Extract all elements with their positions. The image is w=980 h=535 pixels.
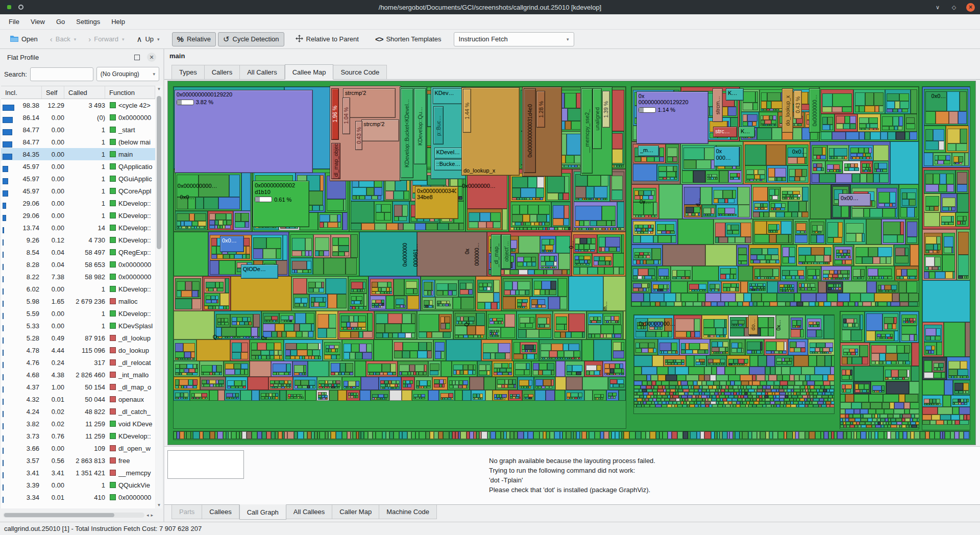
treemap-cell[interactable] [873, 145, 889, 161]
treemap-cell[interactable] [469, 222, 478, 229]
treemap-cell[interactable] [281, 320, 284, 322]
treemap-cell[interactable] [515, 363, 527, 370]
treemap-cell[interactable] [723, 342, 728, 347]
treemap-cell[interactable] [273, 372, 277, 375]
treemap-cell[interactable] [964, 415, 967, 420]
treemap-cell[interactable] [688, 381, 693, 385]
treemap-cell[interactable] [298, 431, 304, 439]
treemap-cell[interactable] [587, 260, 591, 263]
treemap-cell[interactable] [493, 390, 508, 401]
treemap-cell[interactable] [788, 339, 808, 355]
treemap-cell[interactable] [366, 344, 372, 352]
treemap-cell[interactable] [534, 270, 544, 275]
treemap-cell[interactable] [501, 327, 515, 338]
treemap-cell[interactable] [320, 431, 325, 439]
treemap-cell[interactable] [393, 372, 396, 375]
treemap-cell[interactable] [797, 320, 802, 326]
treemap-cell[interactable] [231, 431, 236, 439]
treemap-cell[interactable] [253, 237, 266, 249]
treemap-cell[interactable] [849, 145, 873, 161]
treemap-cell[interactable] [235, 213, 241, 221]
treemap-block[interactable]: 0x00… [839, 193, 871, 206]
treemap-cell[interactable] [529, 386, 531, 388]
treemap-cell[interactable] [728, 363, 732, 366]
treemap-cell[interactable] [543, 370, 552, 375]
treemap-cell[interactable] [770, 109, 773, 111]
treemap-cell[interactable] [213, 288, 217, 291]
treemap-cell[interactable] [584, 250, 588, 252]
treemap-cell[interactable] [266, 237, 281, 249]
treemap-cell[interactable] [856, 431, 861, 439]
treemap-cell[interactable] [537, 214, 547, 222]
treemap-cell[interactable] [952, 407, 959, 415]
relative-to-parent-toggle[interactable]: Relative to Parent [290, 32, 364, 46]
treemap-cell[interactable] [381, 306, 383, 308]
treemap-cell[interactable] [760, 381, 767, 385]
treemap-cell[interactable] [204, 384, 210, 387]
treemap-cell[interactable] [950, 431, 954, 439]
treemap-cell[interactable] [907, 237, 917, 243]
treemap-cell[interactable] [819, 87, 919, 141]
treemap-cell[interactable] [240, 390, 252, 401]
treemap-cell[interactable] [917, 418, 919, 422]
treemap-cell[interactable] [297, 343, 307, 350]
treemap-cell[interactable] [326, 345, 329, 349]
treemap-cell[interactable] [796, 231, 801, 233]
treemap-cell[interactable] [940, 174, 946, 184]
treemap-block[interactable]: 0x00000000001292203.82 % [175, 90, 313, 173]
treemap-cell[interactable] [609, 247, 617, 252]
treemap-cell[interactable] [550, 239, 554, 245]
treemap-cell[interactable] [731, 348, 737, 353]
treemap-cell[interactable] [957, 184, 967, 192]
treemap-cell[interactable] [733, 274, 737, 279]
treemap-cell[interactable] [803, 381, 807, 385]
treemap-cell[interactable] [795, 177, 800, 181]
treemap-cell[interactable] [791, 404, 797, 407]
treemap-cell[interactable] [766, 351, 771, 354]
treemap-cell[interactable] [808, 404, 813, 407]
treemap-cell[interactable] [964, 431, 969, 439]
treemap-cell[interactable] [529, 380, 533, 386]
treemap-cell[interactable] [741, 89, 760, 112]
treemap-cell[interactable] [439, 304, 443, 306]
treemap-cell[interactable] [705, 404, 709, 407]
treemap-cell[interactable] [815, 367, 831, 375]
treemap-cell[interactable] [421, 276, 476, 311]
treemap-cell[interactable] [246, 254, 250, 259]
treemap-cell[interactable] [250, 361, 271, 377]
treemap-cell[interactable] [887, 302, 891, 306]
treemap-cell[interactable] [614, 267, 619, 275]
treemap-cell[interactable] [281, 386, 285, 388]
treemap-cell[interactable] [676, 172, 677, 177]
treemap-cell[interactable] [211, 246, 216, 254]
treemap-cell[interactable] [551, 202, 571, 227]
treemap-cell[interactable] [537, 177, 545, 188]
treemap-cell[interactable] [621, 228, 625, 230]
treemap-cell[interactable] [658, 375, 666, 381]
treemap-cell[interactable] [710, 335, 714, 337]
treemap-cell[interactable] [881, 385, 885, 391]
treemap-cell[interactable] [566, 431, 571, 439]
treemap-cell[interactable] [959, 156, 963, 162]
treemap-cell[interactable] [502, 363, 508, 368]
treemap-cell[interactable] [698, 213, 700, 216]
treemap-cell[interactable] [782, 177, 787, 181]
treemap-cell[interactable] [328, 294, 337, 308]
treemap-cell[interactable] [442, 384, 445, 387]
treemap-cell[interactable] [790, 342, 797, 348]
treemap-cell[interactable] [223, 220, 227, 225]
treemap-cell[interactable] [780, 381, 788, 385]
treemap-cell[interactable] [853, 89, 885, 113]
treemap-cell[interactable] [854, 394, 869, 402]
treemap-cell[interactable] [711, 208, 715, 213]
treemap-cell[interactable] [929, 250, 933, 253]
treemap-cell[interactable] [681, 293, 698, 302]
treemap-cell[interactable] [266, 431, 271, 439]
treemap-cell[interactable] [747, 114, 757, 121]
treemap-cell[interactable] [789, 169, 795, 177]
event-type-select[interactable]: Instruction Fetch ▾ [454, 32, 574, 46]
treemap-cell[interactable] [587, 267, 598, 275]
treemap-cell[interactable] [590, 221, 597, 226]
treemap-cell[interactable] [193, 385, 198, 388]
treemap-cell[interactable] [446, 323, 451, 329]
